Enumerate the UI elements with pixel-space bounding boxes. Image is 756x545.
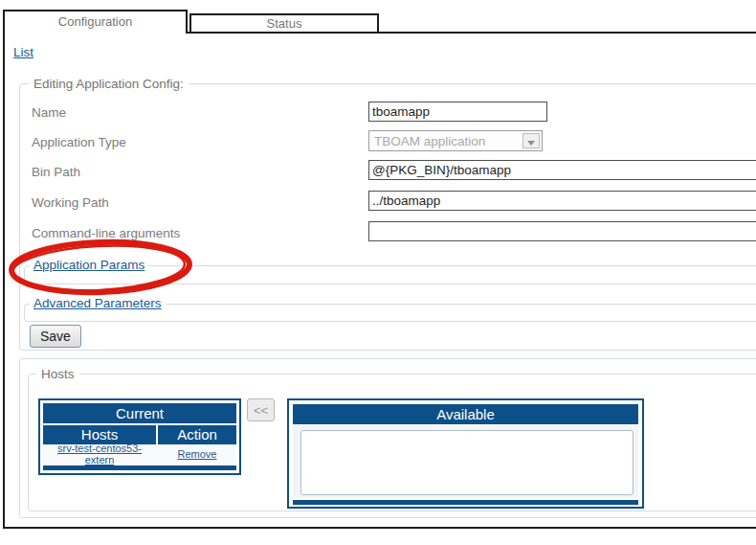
current-table-title: Current: [43, 403, 236, 423]
current-hosts-table: Current Hosts Action srv-test-centos53-e…: [38, 398, 241, 475]
save-button[interactable]: Save: [30, 325, 81, 348]
hosts-fieldset-legend: Hosts: [36, 367, 79, 381]
chevron-down-icon: [527, 141, 535, 146]
move-host-button[interactable]: <<: [247, 398, 275, 421]
available-hosts-table: Available: [287, 398, 644, 509]
command-line-arguments-input[interactable]: [368, 221, 756, 241]
command-line-arguments-label: Command-line arguments: [32, 226, 180, 240]
tab-configuration[interactable]: Configuration: [3, 10, 188, 34]
column-header-action: Action: [158, 425, 236, 444]
bin-path-label: Bin Path: [32, 165, 80, 179]
working-path-label: Working Path: [32, 195, 109, 210]
bin-path-input[interactable]: [368, 160, 756, 180]
working-path-input[interactable]: [368, 191, 756, 211]
table-footer-bar: [293, 500, 638, 505]
advanced-parameters-link[interactable]: Advanced Parameters: [30, 296, 166, 310]
available-table-body: [293, 426, 638, 498]
host-link[interactable]: srv-test-centos53-extern: [57, 443, 142, 466]
table-row: srv-test-centos53-extern Remove: [43, 444, 236, 464]
tab-status[interactable]: Status: [189, 13, 379, 32]
remove-host-link[interactable]: Remove: [178, 448, 217, 460]
application-type-label: Application Type: [32, 135, 126, 149]
application-config-page: Configuration Status List Editing Applic…: [0, 0, 756, 545]
select-dropdown-button[interactable]: [523, 133, 540, 148]
available-table-title: Available: [293, 404, 638, 424]
name-input[interactable]: [368, 102, 547, 122]
name-label: Name: [32, 105, 66, 120]
application-type-select[interactable]: TBOAM application: [368, 130, 543, 151]
table-footer-bar: [43, 466, 236, 470]
available-hosts-listbox[interactable]: [300, 430, 634, 495]
application-params-link[interactable]: Application Params: [30, 258, 148, 272]
config-fieldset-legend: Editing Application Config:: [29, 77, 189, 91]
list-link[interactable]: List: [13, 45, 33, 59]
column-header-hosts: Hosts: [43, 425, 156, 444]
application-type-value: TBOAM application: [374, 134, 485, 148]
